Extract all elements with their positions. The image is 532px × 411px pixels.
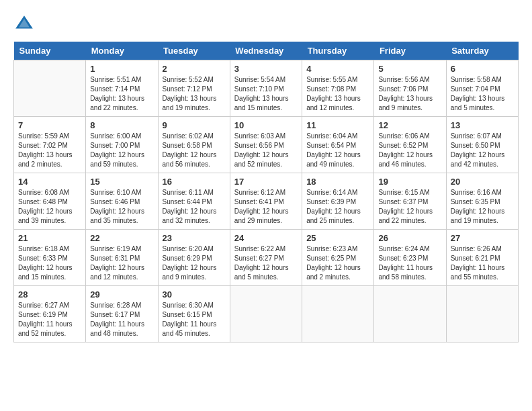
day-info: Sunrise: 6:15 AM Sunset: 6:37 PM Dayligh… bbox=[378, 188, 441, 226]
calendar-cell: 28Sunrise: 6:27 AM Sunset: 6:19 PM Dayli… bbox=[14, 286, 86, 342]
calendar-table: SundayMondayTuesdayWednesdayThursdayFrid… bbox=[13, 42, 519, 342]
header-cell-saturday: Saturday bbox=[446, 42, 518, 60]
day-info: Sunrise: 5:59 AM Sunset: 7:02 PM Dayligh… bbox=[18, 132, 81, 169]
calendar-cell: 21Sunrise: 6:18 AM Sunset: 6:33 PM Dayli… bbox=[14, 230, 86, 286]
day-number: 2 bbox=[163, 64, 226, 74]
calendar-cell: 14Sunrise: 6:08 AM Sunset: 6:48 PM Dayli… bbox=[14, 173, 86, 230]
day-number: 9 bbox=[163, 120, 226, 130]
day-number: 16 bbox=[163, 177, 226, 187]
day-info: Sunrise: 6:24 AM Sunset: 6:23 PM Dayligh… bbox=[378, 244, 441, 282]
calendar-cell: 25Sunrise: 6:23 AM Sunset: 6:25 PM Dayli… bbox=[302, 230, 374, 286]
day-info: Sunrise: 6:06 AM Sunset: 6:52 PM Dayligh… bbox=[378, 132, 441, 169]
calendar-cell: 12Sunrise: 6:06 AM Sunset: 6:52 PM Dayli… bbox=[374, 117, 446, 173]
calendar-cell: 15Sunrise: 6:10 AM Sunset: 6:46 PM Dayli… bbox=[86, 173, 158, 230]
day-info: Sunrise: 5:51 AM Sunset: 7:14 PM Dayligh… bbox=[90, 75, 153, 113]
day-info: Sunrise: 6:16 AM Sunset: 6:35 PM Dayligh… bbox=[451, 188, 514, 226]
calendar-cell: 10Sunrise: 6:03 AM Sunset: 6:56 PM Dayli… bbox=[230, 117, 302, 173]
calendar-cell: 1Sunrise: 5:51 AM Sunset: 7:14 PM Daylig… bbox=[86, 60, 158, 117]
day-number: 10 bbox=[234, 120, 298, 130]
header-cell-friday: Friday bbox=[374, 42, 446, 60]
day-info: Sunrise: 6:28 AM Sunset: 6:17 PM Dayligh… bbox=[90, 301, 153, 338]
day-number: 4 bbox=[306, 64, 369, 74]
page-header bbox=[13, 13, 519, 35]
day-info: Sunrise: 5:55 AM Sunset: 7:08 PM Dayligh… bbox=[306, 75, 369, 113]
calendar-week-row: 1Sunrise: 5:51 AM Sunset: 7:14 PM Daylig… bbox=[14, 60, 519, 117]
day-info: Sunrise: 6:12 AM Sunset: 6:41 PM Dayligh… bbox=[234, 188, 298, 226]
calendar-cell: 16Sunrise: 6:11 AM Sunset: 6:44 PM Dayli… bbox=[158, 173, 230, 230]
day-info: Sunrise: 5:52 AM Sunset: 7:12 PM Dayligh… bbox=[163, 75, 226, 113]
calendar-cell: 19Sunrise: 6:15 AM Sunset: 6:37 PM Dayli… bbox=[374, 173, 446, 230]
calendar-cell bbox=[230, 286, 302, 342]
day-number: 25 bbox=[306, 233, 369, 243]
day-number: 5 bbox=[378, 64, 441, 74]
calendar-cell: 18Sunrise: 6:14 AM Sunset: 6:39 PM Dayli… bbox=[302, 173, 374, 230]
day-info: Sunrise: 6:04 AM Sunset: 6:54 PM Dayligh… bbox=[306, 132, 369, 169]
logo bbox=[13, 13, 38, 35]
calendar-cell: 3Sunrise: 5:54 AM Sunset: 7:10 PM Daylig… bbox=[230, 60, 302, 117]
day-number: 12 bbox=[378, 120, 441, 130]
calendar-week-row: 21Sunrise: 6:18 AM Sunset: 6:33 PM Dayli… bbox=[14, 230, 519, 286]
day-number: 28 bbox=[18, 289, 81, 300]
day-number: 23 bbox=[163, 233, 226, 243]
day-number: 18 bbox=[306, 177, 369, 187]
day-number: 19 bbox=[378, 177, 441, 187]
calendar-cell: 23Sunrise: 6:20 AM Sunset: 6:29 PM Dayli… bbox=[158, 230, 230, 286]
header-cell-tuesday: Tuesday bbox=[158, 42, 230, 60]
day-number: 14 bbox=[18, 177, 81, 187]
day-number: 21 bbox=[18, 233, 81, 243]
header-cell-thursday: Thursday bbox=[302, 42, 374, 60]
calendar-cell: 11Sunrise: 6:04 AM Sunset: 6:54 PM Dayli… bbox=[302, 117, 374, 173]
calendar-cell: 8Sunrise: 6:00 AM Sunset: 7:00 PM Daylig… bbox=[86, 117, 158, 173]
day-info: Sunrise: 6:27 AM Sunset: 6:19 PM Dayligh… bbox=[18, 301, 81, 338]
calendar-header-row: SundayMondayTuesdayWednesdayThursdayFrid… bbox=[14, 42, 519, 60]
day-number: 15 bbox=[90, 177, 153, 187]
day-number: 26 bbox=[378, 233, 441, 243]
day-number: 8 bbox=[90, 120, 153, 130]
day-number: 1 bbox=[90, 64, 153, 74]
calendar-cell bbox=[374, 286, 446, 342]
day-info: Sunrise: 6:30 AM Sunset: 6:15 PM Dayligh… bbox=[163, 301, 226, 338]
calendar-cell bbox=[14, 60, 86, 117]
day-info: Sunrise: 6:10 AM Sunset: 6:46 PM Dayligh… bbox=[90, 188, 153, 226]
day-number: 3 bbox=[234, 64, 298, 74]
day-number: 27 bbox=[451, 233, 514, 243]
day-number: 29 bbox=[90, 289, 153, 300]
day-info: Sunrise: 6:11 AM Sunset: 6:44 PM Dayligh… bbox=[163, 188, 226, 226]
header-cell-monday: Monday bbox=[86, 42, 158, 60]
day-number: 20 bbox=[451, 177, 514, 187]
calendar-cell: 5Sunrise: 5:56 AM Sunset: 7:06 PM Daylig… bbox=[374, 60, 446, 117]
day-info: Sunrise: 6:18 AM Sunset: 6:33 PM Dayligh… bbox=[18, 244, 81, 282]
day-info: Sunrise: 6:14 AM Sunset: 6:39 PM Dayligh… bbox=[306, 188, 369, 226]
day-info: Sunrise: 6:08 AM Sunset: 6:48 PM Dayligh… bbox=[18, 188, 81, 226]
day-number: 7 bbox=[18, 120, 81, 130]
logo-icon bbox=[13, 13, 35, 35]
calendar-cell: 24Sunrise: 6:22 AM Sunset: 6:27 PM Dayli… bbox=[230, 230, 302, 286]
day-number: 24 bbox=[234, 233, 298, 243]
day-info: Sunrise: 5:54 AM Sunset: 7:10 PM Dayligh… bbox=[234, 75, 298, 113]
day-info: Sunrise: 5:56 AM Sunset: 7:06 PM Dayligh… bbox=[378, 75, 441, 113]
header-cell-sunday: Sunday bbox=[14, 42, 86, 60]
calendar-cell bbox=[302, 286, 374, 342]
day-info: Sunrise: 6:19 AM Sunset: 6:31 PM Dayligh… bbox=[90, 244, 153, 282]
calendar-cell: 29Sunrise: 6:28 AM Sunset: 6:17 PM Dayli… bbox=[86, 286, 158, 342]
day-info: Sunrise: 6:22 AM Sunset: 6:27 PM Dayligh… bbox=[234, 244, 298, 282]
calendar-cell: 22Sunrise: 6:19 AM Sunset: 6:31 PM Dayli… bbox=[86, 230, 158, 286]
calendar-cell: 17Sunrise: 6:12 AM Sunset: 6:41 PM Dayli… bbox=[230, 173, 302, 230]
calendar-cell: 9Sunrise: 6:02 AM Sunset: 6:58 PM Daylig… bbox=[158, 117, 230, 173]
day-number: 17 bbox=[234, 177, 298, 187]
day-info: Sunrise: 6:03 AM Sunset: 6:56 PM Dayligh… bbox=[234, 132, 298, 169]
calendar-cell: 7Sunrise: 5:59 AM Sunset: 7:02 PM Daylig… bbox=[14, 117, 86, 173]
day-info: Sunrise: 6:20 AM Sunset: 6:29 PM Dayligh… bbox=[163, 244, 226, 282]
calendar-cell: 2Sunrise: 5:52 AM Sunset: 7:12 PM Daylig… bbox=[158, 60, 230, 117]
calendar-week-row: 7Sunrise: 5:59 AM Sunset: 7:02 PM Daylig… bbox=[14, 117, 519, 173]
day-number: 6 bbox=[451, 64, 514, 74]
calendar-cell: 6Sunrise: 5:58 AM Sunset: 7:04 PM Daylig… bbox=[446, 60, 518, 117]
day-number: 22 bbox=[90, 233, 153, 243]
calendar-cell: 30Sunrise: 6:30 AM Sunset: 6:15 PM Dayli… bbox=[158, 286, 230, 342]
calendar-week-row: 14Sunrise: 6:08 AM Sunset: 6:48 PM Dayli… bbox=[14, 173, 519, 230]
header-cell-wednesday: Wednesday bbox=[230, 42, 302, 60]
day-info: Sunrise: 6:00 AM Sunset: 7:00 PM Dayligh… bbox=[90, 132, 153, 169]
day-info: Sunrise: 6:02 AM Sunset: 6:58 PM Dayligh… bbox=[163, 132, 226, 169]
calendar-cell: 26Sunrise: 6:24 AM Sunset: 6:23 PM Dayli… bbox=[374, 230, 446, 286]
calendar-cell: 13Sunrise: 6:07 AM Sunset: 6:50 PM Dayli… bbox=[446, 117, 518, 173]
